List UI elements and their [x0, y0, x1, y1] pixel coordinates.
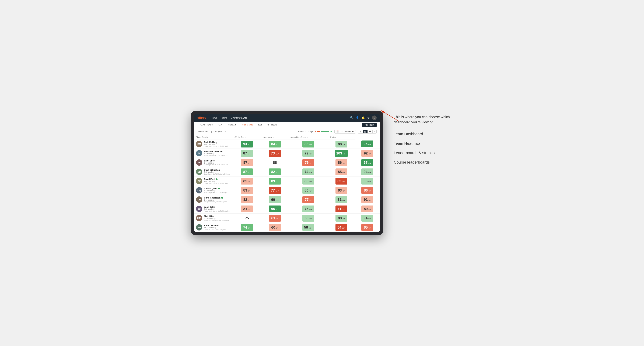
score-box-4-1: 89 +7▲	[269, 178, 281, 184]
player-handicap-5: 6-10 Handicap	[204, 190, 230, 192]
score-change-1-2: +9▲	[309, 153, 312, 155]
table-row[interactable]: DF David Ford Plus Handicap Royal North …	[194, 176, 380, 186]
score-cell-7-2: 75 +2▲	[288, 204, 328, 213]
score-value-6-2: 77	[305, 198, 308, 202]
player-name-7: Josh Coles	[204, 206, 230, 208]
score-cell-6-4: 91 -3▼	[355, 195, 380, 204]
person-icon[interactable]: 👤	[356, 116, 359, 119]
score-change-4-4: +3▲	[368, 181, 371, 183]
th-player-quality[interactable]: Player Quality ↓	[194, 135, 232, 140]
round-change-section: 20 Round Change -5 +5	[298, 131, 332, 133]
menu-item-label[interactable]: Team Heatmap	[394, 141, 453, 146]
last-rounds-button[interactable]: 📅 Last Rounds: 20	[334, 130, 356, 134]
score-change-6-1: +2▲	[276, 199, 278, 201]
table-row[interactable]: EC Edward Crossman 1-5 Handicap Sunningd…	[194, 149, 380, 158]
score-box-6-1: 60 +2▲	[269, 196, 281, 203]
th-off-tee[interactable]: Off the Tee →	[232, 135, 262, 140]
score-value-9-1: 60	[271, 225, 275, 229]
table-row[interactable]: CQ Charlie Quick 6-10 Handicap St. Georg…	[194, 186, 380, 195]
menu-item-label[interactable]: Leaderboards & streaks	[394, 151, 453, 155]
last-rounds-label: Last Rounds: 20	[340, 131, 354, 133]
player-cell-4: DF David Ford Plus Handicap Royal North …	[194, 176, 232, 186]
score-box-4-3: 83 -10▼	[336, 178, 348, 184]
sub-nav-team-clippd[interactable]: Team Clippd	[239, 122, 255, 128]
table-body: BM Blair McHarg Plus Handicap Royal Nort…	[194, 140, 380, 232]
th-around-green[interactable]: Around the Green →	[288, 135, 328, 140]
score-value-0-1: 84	[271, 142, 275, 146]
heatmap-view-button[interactable]: ▦	[363, 130, 368, 133]
score-box-3-3: 85 -3▼	[336, 169, 348, 175]
score-box-4-2: 80 +3▲	[302, 178, 314, 184]
table-row[interactable]: CR Chris Robertson 1-5 Handicap Craigmil…	[194, 195, 380, 204]
player-cell-2: EE Elliot Ebert 1-5 Handicap Sunningdale…	[194, 158, 232, 167]
player-table: Player Quality ↓ Off the Tee → Approach …	[194, 135, 380, 232]
th-putting[interactable]: Putting →	[328, 135, 355, 140]
sub-nav-all-players[interactable]: All Players	[265, 122, 279, 128]
menu-item-label[interactable]: Team Dashboard	[394, 132, 453, 136]
score-cell-6-0: 82 -3▼	[232, 195, 262, 204]
table-row[interactable]: EE Elliot Ebert 1-5 Handicap Sunningdale…	[194, 158, 380, 167]
score-box-7-2: 75 +2▲	[302, 205, 314, 212]
player-cell-6: CR Chris Robertson 1-5 Handicap Craigmil…	[194, 195, 232, 204]
settings-icon[interactable]: ⚙	[367, 116, 370, 119]
list-view-button[interactable]: ☰	[368, 130, 372, 133]
table-row[interactable]: DB Dave Billingham 1-5 Handicap Gog Mago…	[194, 167, 380, 176]
plus-value: +5	[330, 131, 332, 133]
edit-icon[interactable]: ✎	[224, 130, 226, 133]
score-cell-8-1: 61 -3▼	[262, 213, 288, 223]
nav-link-teams[interactable]: Teams	[220, 116, 227, 120]
score-change-5-2: +1▲	[309, 190, 312, 192]
score-value-0-2: 85	[304, 142, 308, 146]
table-container: Player Quality ↓ Off the Tee → Approach …	[194, 135, 380, 232]
score-value-2-4: 97	[364, 161, 368, 165]
score-box-6-3: 81 +4▲	[336, 196, 348, 203]
download-button[interactable]: ↓	[372, 130, 376, 133]
score-value-4-4: 96	[364, 179, 368, 183]
sub-nav-pgat[interactable]: PGAT Players	[198, 122, 215, 128]
score-change-2-3: -6▼	[342, 162, 345, 164]
player-cell-3: DB Dave Billingham 1-5 Handicap Gog Mago…	[194, 167, 232, 176]
score-cell-0-0: 93 +9▲	[232, 140, 262, 149]
add-team-button[interactable]: Add Team	[362, 123, 376, 127]
bar-red	[317, 131, 320, 132]
score-box-3-4: 94 +1▲	[362, 169, 373, 175]
menu-item-label[interactable]: Course leaderboards	[394, 160, 453, 165]
player-club-6: Craigmillar Park, United Kingdom	[204, 201, 227, 203]
sub-nav-pga[interactable]: PGA	[216, 122, 224, 128]
score-cell-8-3: 88 -2▼	[328, 213, 355, 223]
score-box-0-2: 85 +8▲	[302, 141, 314, 148]
search-icon[interactable]: 🔍	[350, 116, 353, 119]
score-value-5-4: 86	[364, 188, 368, 192]
score-cell-8-2: 58 +4▲	[288, 213, 328, 223]
bar-green-large	[324, 131, 329, 132]
score-value-4-2: 80	[304, 179, 308, 183]
nav-link-home[interactable]: Home	[211, 116, 217, 120]
bell-icon[interactable]: 🔔	[362, 116, 365, 119]
th-approach[interactable]: Approach →	[262, 135, 288, 140]
score-cell-4-0: 85 -3▼	[232, 176, 262, 186]
score-cell-3-0: 87 +4▲	[232, 167, 262, 176]
nav-icons: 🔍 👤 🔔 ⚙ U	[350, 116, 376, 120]
score-box-6-4: 91 -3▼	[362, 196, 373, 203]
table-row[interactable]: BM Blair McHarg Plus Handicap Royal Nort…	[194, 140, 380, 149]
score-box-9-3: 84 -21▼	[336, 224, 348, 231]
sub-nav-hcaps[interactable]: Hcaps 1-5	[225, 122, 238, 128]
player-details-4: David Ford Plus Handicap Royal North Dev…	[204, 178, 230, 184]
tablet-device: clippd Home Teams My Performance 🔍 👤 🔔 ⚙…	[191, 111, 383, 235]
player-handicap-3: 1-5 Handicap	[204, 171, 230, 173]
score-value-2-3: 86	[338, 161, 342, 165]
sub-nav-tour[interactable]: Tour	[256, 122, 264, 128]
score-change-2-2: -3▼	[309, 162, 312, 164]
score-cell-4-4: 96 +3▲	[355, 176, 380, 186]
user-avatar[interactable]: U	[372, 116, 376, 120]
player-avatar-4: DF	[196, 178, 202, 184]
grid-view-button[interactable]: ⊞	[358, 130, 363, 133]
table-row[interactable]: MM Matt Miller 6-10 Handicap Woburn Golf…	[194, 213, 380, 223]
score-value-3-3: 85	[338, 170, 342, 174]
score-cell-5-2: 80 +1▲	[288, 186, 328, 195]
nav-link-my-performance[interactable]: My Performance	[231, 116, 247, 120]
table-row[interactable]: AN Aaron Nicholls 11-15 Handicap Drift G…	[194, 223, 380, 232]
table-row[interactable]: JC Josh Coles 1-5 Handicap Royal North D…	[194, 204, 380, 213]
score-cell-0-4: 95 +9▲	[355, 140, 380, 149]
score-box-2-2: 75 -3▼	[302, 159, 314, 166]
